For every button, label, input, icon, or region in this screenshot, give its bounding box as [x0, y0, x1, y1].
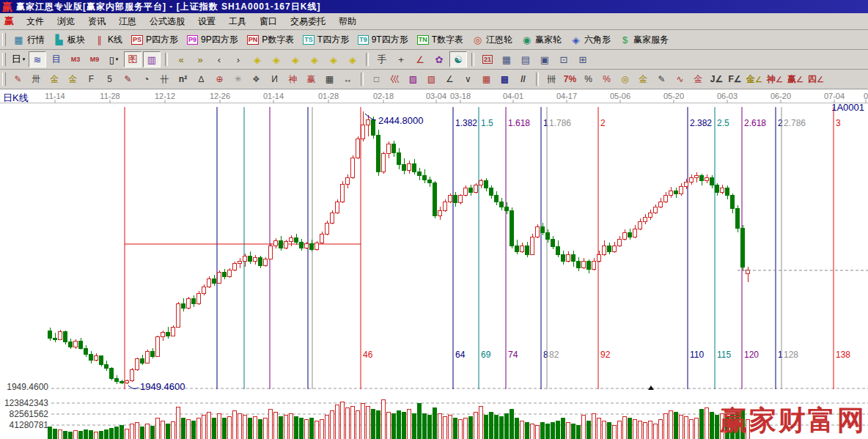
toolbar-grip[interactable] [2, 73, 6, 86]
notes-button[interactable]: ▤ [517, 51, 534, 67]
count-ruler[interactable]: 卄 [156, 72, 173, 87]
gann-flower-tool[interactable]: ✿ [430, 51, 448, 67]
hand-tool[interactable]: 手 [373, 51, 391, 67]
fan-box-purple-tool[interactable]: ▨ [405, 72, 422, 87]
v-lines-tool[interactable]: ∨ [460, 72, 477, 87]
pen-tool-2[interactable]: ✎ [119, 72, 136, 87]
angle-shen-tool[interactable]: 神∠ [765, 72, 784, 87]
info-panel-toggle[interactable]: 目 [48, 51, 65, 67]
grid-navy-tool[interactable]: ▩ [496, 72, 513, 87]
t-square-button[interactable]: TST四方形 [298, 32, 353, 48]
chart-area[interactable]: 日K线 1A0001 11-1411-2812-1212-2601-1401-2… [0, 89, 868, 439]
menu-item[interactable]: 公式选股 [143, 14, 191, 29]
menu-item[interactable]: 江恩 [112, 14, 143, 29]
percent-7-tool[interactable]: 7% [562, 72, 578, 87]
span-arrow-tool[interactable]: ↔ [339, 72, 356, 87]
gold-line-tool[interactable]: 金 [635, 72, 652, 87]
menu-item[interactable]: 资讯 [81, 14, 112, 29]
sectors-button[interactable]: ▙板块 [49, 32, 89, 48]
kline-button[interactable]: ∥K线 [89, 32, 127, 48]
swing-mark-tool[interactable]: И [266, 72, 283, 87]
pattern-overlay-toggle[interactable]: 图 [124, 51, 141, 67]
step-forward-button[interactable]: › [229, 51, 247, 67]
candle-style-selector[interactable]: ▯▾ [105, 51, 122, 67]
mark-pen-tool[interactable]: ✎ [653, 72, 670, 87]
9t-square-button[interactable]: T99T四方形 [353, 32, 413, 48]
quotes-button[interactable]: ▦行情 [9, 32, 49, 48]
five-ruler[interactable]: 5 [101, 72, 118, 87]
expand-horizontal-diamond[interactable]: ◈ [287, 51, 304, 67]
gann-wheel-tool[interactable]: ☯ [449, 51, 467, 67]
fan-box-red-tool[interactable]: ▧ [423, 72, 440, 87]
ying-grid-tool[interactable]: 赢 [303, 72, 320, 87]
network-button[interactable]: ⊡ [555, 51, 573, 67]
shen-grid-tool[interactable]: 神 [284, 72, 301, 87]
titlebar[interactable]: 赢 赢家江恩专业版[赢家内部服务平台] - [上证指数 SH1A0001-167… [0, 0, 868, 13]
gann-price-ruler[interactable]: 卅 [28, 72, 45, 87]
menu-item[interactable]: 帮助 [332, 14, 363, 29]
kline-plot[interactable]: 461.382641.5691.61874181.786822922.38211… [0, 89, 868, 439]
percent-tool[interactable]: % [580, 72, 597, 87]
grid-red-tool[interactable]: ▦ [478, 72, 495, 87]
time-cycle-tool[interactable]: ◔ [138, 72, 155, 87]
angle-gold-tool[interactable]: 金∠ [745, 72, 764, 87]
menu-item[interactable]: 文件 [20, 14, 51, 29]
box-tool[interactable]: □ [368, 72, 385, 87]
gold-circle-tool[interactable]: ◎ [617, 72, 633, 87]
p-number-button[interactable]: PNP数字表 [243, 32, 299, 48]
zoom-in-diamond[interactable]: ◈ [306, 51, 323, 67]
menu-item[interactable]: 浏览 [51, 14, 81, 29]
ratio-panel-tool[interactable]: 卌 [543, 72, 560, 87]
9p-square-button[interactable]: P99P四方形 [183, 32, 243, 48]
gold-ratio-ruler-2[interactable]: 金 [65, 72, 81, 87]
gann-circle-tool[interactable]: ⊕ [211, 72, 228, 87]
angle-draw-tool[interactable]: ∆ [193, 72, 210, 87]
winner-wheel-button[interactable]: ◉赢家轮 [517, 32, 566, 48]
angle-lines-tool[interactable]: ∠ [441, 72, 458, 87]
number-grid-tool[interactable]: ▦ [321, 72, 338, 87]
chart-style-toggle[interactable]: ≋ [29, 51, 46, 67]
menu-item[interactable]: 设置 [191, 14, 222, 29]
indicator-style-toggle[interactable]: ▥ [143, 51, 161, 67]
fib-ruler[interactable]: F [83, 72, 100, 87]
ma-line-9[interactable]: M9 [86, 51, 103, 67]
angle-f-tool[interactable]: F∠ [727, 72, 743, 87]
wave-tool[interactable]: ∿ [672, 72, 688, 87]
jump-first-button[interactable]: « [172, 51, 190, 67]
n-square-tool[interactable]: n² [174, 72, 191, 87]
ma-line-3[interactable]: M3 [67, 51, 84, 67]
zoom-out-diamond[interactable]: ◈ [325, 51, 342, 67]
menu-item[interactable]: 窗口 [253, 14, 284, 29]
fan-lines-tool[interactable]: 巛 [386, 72, 403, 87]
crosshair-tool[interactable]: + [392, 51, 410, 67]
toolbar-grip[interactable] [2, 53, 6, 66]
p-square-button[interactable]: PSP四方形 [127, 32, 183, 48]
pen-tool[interactable]: ✎ [10, 72, 26, 87]
angle-ying-tool[interactable]: 赢∠ [786, 72, 805, 87]
menu-item[interactable]: 交易委托 [284, 14, 332, 29]
menu-item[interactable]: 工具 [222, 14, 253, 29]
angle-j-tool[interactable]: J∠ [708, 72, 725, 87]
compass-tool[interactable]: ✳ [229, 72, 246, 87]
calendar-button[interactable]: 21 [479, 51, 496, 67]
step-back-button[interactable]: ‹ [210, 51, 228, 67]
angle-measure-tool[interactable]: ∠ [411, 51, 429, 67]
compass-grid-tool[interactable]: ❖ [248, 72, 265, 87]
print-button[interactable]: ⊞ [574, 51, 592, 67]
save-button[interactable]: ▣ [536, 51, 553, 67]
pan-left-diamond[interactable]: ◈ [249, 51, 266, 67]
pan-right-diamond[interactable]: ◈ [268, 51, 285, 67]
angle-si-tool[interactable]: 四∠ [806, 72, 825, 87]
gann-wheel-button[interactable]: ◎江恩轮 [468, 32, 517, 48]
jump-last-button[interactable]: » [191, 51, 209, 67]
gold-ratio-ruler[interactable]: 金 [46, 72, 63, 87]
winner-service-button[interactable]: $赢家服务 [615, 32, 673, 48]
gold-box-tool[interactable]: 金 [690, 72, 707, 87]
t-number-button[interactable]: TNT数字表 [413, 32, 468, 48]
zoom-reset-diamond[interactable]: ◈ [344, 51, 361, 67]
toolbar-grip[interactable] [2, 33, 6, 46]
percent-line-tool[interactable]: % [598, 72, 615, 87]
parallel-lines-tool[interactable]: // [515, 72, 532, 87]
period-daily-selector[interactable]: 日▾ [10, 51, 27, 67]
hexagon-button[interactable]: ◈六角形 [566, 32, 615, 48]
